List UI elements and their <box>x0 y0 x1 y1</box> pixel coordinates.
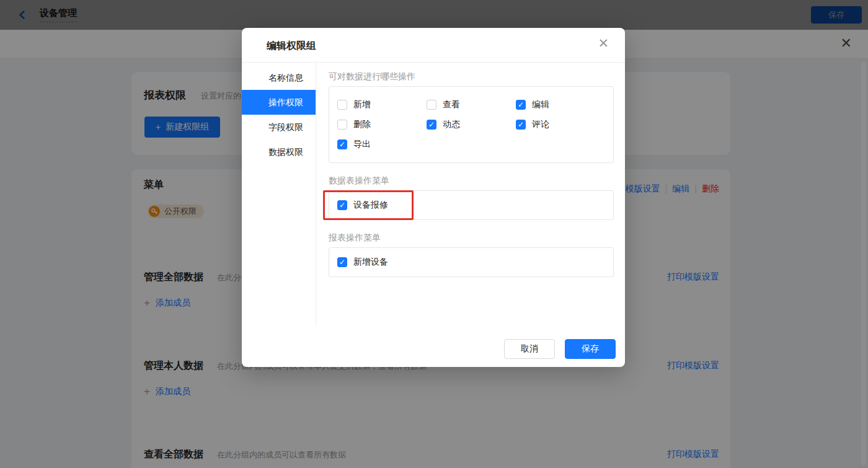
modal-tab-3[interactable]: 字段权限 <box>242 115 316 139</box>
modal-title: 编辑权限组 <box>267 40 316 53</box>
checkbox-item[interactable]: 查看 <box>427 95 516 115</box>
checkbox-label: 编辑 <box>532 99 549 110</box>
section-label: 报表操作菜单 <box>329 231 614 244</box>
checkbox-item[interactable]: ✓设备报修 <box>337 195 427 215</box>
section-label: 可对数据进行哪些操作 <box>329 70 614 82</box>
section-label: 数据表操作菜单 <box>329 174 614 187</box>
checkbox-item[interactable]: ✓新增设备 <box>337 252 427 272</box>
checkbox-checked[interactable]: ✓ <box>516 100 526 110</box>
checkbox-item[interactable]: ✓编辑 <box>516 95 605 115</box>
checkbox-unchecked[interactable] <box>337 120 347 130</box>
checkbox-label: 设备报修 <box>353 200 388 211</box>
section-box: ✓新增设备 <box>329 247 614 277</box>
checkbox-label: 评论 <box>532 119 549 130</box>
checkbox-label: 导出 <box>353 139 371 150</box>
cancel-button[interactable]: 取消 <box>504 339 555 359</box>
modal-tab-4[interactable]: 数据权限 <box>242 139 316 164</box>
checkbox-label: 新增设备 <box>353 257 388 268</box>
checkbox-unchecked[interactable] <box>427 100 436 110</box>
checkbox-item[interactable]: ✓评论 <box>516 115 605 135</box>
checkbox-checked[interactable]: ✓ <box>337 139 347 149</box>
checkbox-label: 删除 <box>353 119 371 130</box>
checkbox-unchecked[interactable] <box>337 100 347 110</box>
checkbox-item[interactable]: ✓动态 <box>427 115 516 135</box>
modal-close-icon[interactable]: ✕ <box>598 36 609 51</box>
checkbox-item[interactable]: 新增 <box>337 95 427 115</box>
checkbox-item[interactable]: 删除 <box>337 115 427 135</box>
checkbox-checked[interactable]: ✓ <box>427 120 436 130</box>
modal-header: 编辑权限组 ✕ <box>242 28 625 63</box>
checkbox-checked[interactable]: ✓ <box>337 200 347 210</box>
checkbox-label: 新增 <box>353 99 371 110</box>
edit-permission-group-modal: 编辑权限组 ✕ 名称信息操作权限字段权限数据权限 可对数据进行哪些操作新增查看✓… <box>242 28 625 367</box>
modal-tabs: 名称信息操作权限字段权限数据权限 <box>242 63 316 325</box>
modal-tab-2[interactable]: 操作权限 <box>242 90 316 115</box>
section-box: 新增查看✓编辑删除✓动态✓评论✓导出 <box>329 86 614 163</box>
section-box: ✓设备报修 <box>329 190 614 220</box>
checkbox-label: 查看 <box>443 99 460 110</box>
modal-save-button[interactable]: 保存 <box>565 339 616 359</box>
checkbox-item[interactable]: ✓导出 <box>337 135 427 154</box>
modal-tab-1[interactable]: 名称信息 <box>242 65 316 90</box>
checkbox-label: 动态 <box>443 119 460 130</box>
modal-sections: 可对数据进行哪些操作新增查看✓编辑删除✓动态✓评论✓导出数据表操作菜单✓设备报修… <box>316 63 625 325</box>
checkbox-checked[interactable]: ✓ <box>337 257 347 267</box>
checkbox-checked[interactable]: ✓ <box>516 120 526 130</box>
modal-footer: 取消 保存 <box>504 339 616 359</box>
